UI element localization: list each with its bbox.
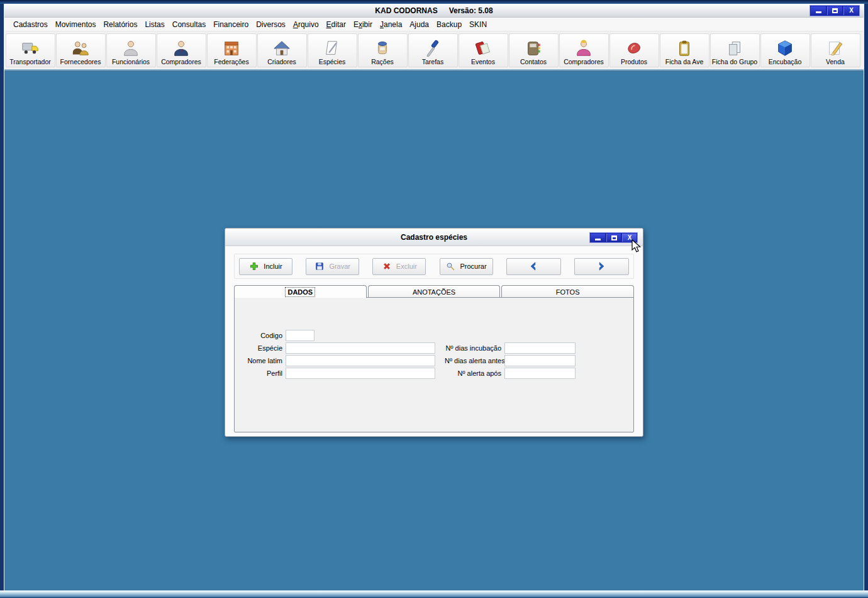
tab-fotos[interactable]: FOTOS (501, 285, 634, 298)
toolbar-button-label: Produtos (621, 58, 647, 65)
toolbar-button-transportador[interactable]: Transportador (6, 33, 55, 67)
menu-financeiro[interactable]: Financeiro (209, 18, 252, 31)
tab-label: DADOS (286, 288, 314, 296)
toolbar-button-label: Tarefas (422, 58, 443, 65)
close-button[interactable]: X (843, 6, 859, 15)
menu-exibir[interactable]: Exibir (350, 18, 376, 31)
field-label: Nº dias incubação (445, 344, 504, 352)
dias-alerta-antes-field[interactable] (504, 355, 576, 366)
person-gray-icon (121, 38, 140, 58)
window-version: Versão: 5.08 (449, 6, 493, 15)
house-icon (272, 38, 291, 58)
form-row-nome-latim: Nome latim (235, 354, 442, 367)
person-blue-icon (172, 38, 191, 58)
menu-diversos[interactable]: Diversos (252, 18, 289, 31)
minimize-button[interactable] (811, 6, 826, 15)
menu-consultas[interactable]: Consultas (169, 18, 209, 31)
menu-ajuda[interactable]: Ajuda (406, 18, 433, 31)
button-label: Gravar (329, 262, 350, 270)
person-pink-icon (574, 38, 593, 58)
main-window: KAD CODORNAS Versão: 5.08 X CadastrosMov… (0, 0, 868, 598)
note-pen-icon (323, 38, 342, 58)
field-label: Nº alerta após (445, 370, 504, 377)
save-icon (314, 261, 325, 271)
toolbar-button-venda[interactable]: Venda (811, 33, 860, 67)
procurar-button[interactable]: Procurar (440, 258, 493, 275)
especie-field[interactable] (286, 342, 435, 354)
tab-dados[interactable]: DADOS (234, 285, 367, 298)
menu-editar[interactable]: Editar (323, 18, 350, 31)
dialog-titlebar[interactable]: Cadastro espécies X (225, 228, 643, 246)
menu-skin[interactable]: SKIN (465, 18, 491, 31)
dialog-maximize-button[interactable] (606, 234, 621, 242)
toolbar-button-criadores[interactable]: Criadores (257, 33, 307, 67)
field-label: Perfil (235, 370, 286, 377)
excluir-button[interactable]: Excluir (372, 258, 426, 275)
toolbar-button-label: Rações (371, 58, 394, 65)
toolbar-button-federacoes[interactable]: Federações (207, 33, 257, 67)
toolbar-button-eventos[interactable]: Eventos (459, 33, 508, 67)
menu-arquivo[interactable]: Arquivo (289, 18, 323, 31)
building-icon (222, 38, 241, 58)
form-row-n-dias-alerta-antes: Nº dias alerta antes (445, 354, 633, 367)
next-record-button[interactable] (574, 258, 629, 275)
dialog-minimize-button[interactable] (591, 234, 605, 242)
window-titlebar[interactable]: KAD CODORNAS Versão: 5.08 X (4, 4, 864, 18)
window-title: KAD CODORNAS (375, 6, 437, 15)
pencil-icon (826, 38, 845, 58)
menu-listas[interactable]: Listas (141, 18, 168, 31)
dias-incubacao-field[interactable] (504, 342, 576, 354)
form-row-especie: Espécie (235, 342, 442, 354)
toolbar-button-produtos[interactable]: Produtos (609, 33, 659, 67)
toolbar-button-fornecedores[interactable]: Fornecedores (56, 33, 106, 67)
dialog-cadastro-especies: Cadastro espécies X IncluirGravarExcluir… (225, 228, 643, 437)
meat-icon (625, 38, 643, 58)
menubar: CadastrosMovimentosRelatóriosListasConsu… (4, 18, 864, 31)
toolbar-button-ficha-do-grupo[interactable]: Ficha do Grupo (710, 33, 760, 67)
jar-icon (373, 38, 392, 58)
perfil-field[interactable] (286, 368, 435, 379)
menu-janela[interactable]: Janela (376, 18, 406, 31)
maximize-button[interactable] (827, 6, 842, 15)
tab-anotacoes[interactable]: ANOTAÇÕES (368, 285, 501, 298)
close-icon: X (849, 8, 854, 14)
toolbar-button-label: Fornecedores (60, 58, 101, 65)
clipboard-icon (675, 38, 694, 58)
dialog-title: Cadastro espécies (401, 233, 467, 242)
toolbar-button-label: Transportador (9, 58, 51, 65)
address-book-icon (524, 38, 543, 58)
toolbar-button-funcionarios[interactable]: Funcionários (106, 33, 156, 67)
minimize-icon (816, 11, 821, 13)
menu-movimentos[interactable]: Movimentos (52, 18, 100, 31)
incluir-button[interactable]: Incluir (239, 258, 292, 275)
menu-backup[interactable]: Backup (433, 18, 465, 31)
menu-cadastros[interactable]: Cadastros (9, 18, 52, 31)
previous-record-button[interactable] (506, 258, 561, 275)
form-row-codigo: Codigo (235, 329, 442, 342)
dialog-window-controls: X (589, 232, 638, 243)
tab-label: FOTOS (554, 288, 582, 296)
alerta-apos-field[interactable] (504, 368, 576, 379)
main-window-body: KAD CODORNAS Versão: 5.08 X CadastrosMov… (4, 4, 864, 590)
codigo-field[interactable] (286, 330, 314, 341)
cube-icon (776, 38, 794, 58)
toolbar-button-especies[interactable]: Espécies (308, 33, 357, 67)
toolbar-button-racoes[interactable]: Rações (358, 33, 408, 67)
gravar-button[interactable]: Gravar (306, 258, 359, 275)
toolbar-button-label: Venda (826, 58, 845, 65)
toolbar-button-compradores[interactable]: Compradores (157, 33, 206, 67)
red-book-icon (474, 38, 492, 58)
toolbar-button-ficha-da-ave[interactable]: Ficha da Ave (660, 33, 709, 67)
maximize-icon (832, 8, 838, 13)
toolbar-button-compradores-2[interactable]: Compradores (559, 33, 609, 67)
button-label: Procurar (460, 262, 486, 270)
toolbar-button-contatos[interactable]: Contatos (509, 33, 559, 67)
menu-relatorios[interactable]: Relatórios (99, 18, 141, 31)
toolbar-button-label: Compradores (161, 58, 201, 65)
toolbar-button-label: Encubação (769, 58, 802, 65)
dialog-close-button[interactable]: X (622, 234, 637, 242)
toolbar-button-label: Ficha da Ave (665, 58, 704, 65)
toolbar-button-encubacao[interactable]: Encubação (760, 33, 810, 67)
nome-latim-field[interactable] (286, 355, 435, 366)
toolbar-button-tarefas[interactable]: Tarefas (408, 33, 458, 67)
